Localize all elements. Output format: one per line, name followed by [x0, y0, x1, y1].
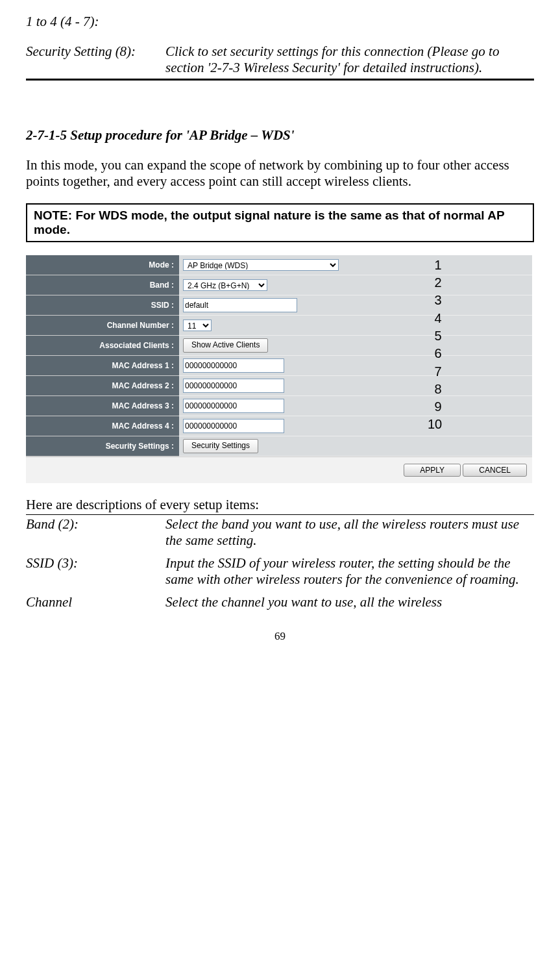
security-setting-row: Security Setting (8): Click to set secur… [26, 44, 534, 76]
annotation-10: 10 [425, 417, 444, 432]
security-term: Security Setting (8): [26, 44, 165, 76]
fragment-1to4: 1 to 4 (4 - 7): [26, 14, 534, 30]
section-intro: In this mode, you can expand the scope o… [26, 157, 534, 190]
item-channel-term: Channel [26, 594, 165, 610]
settings-panel: Mode : AP Bridge (WDS) Band : 2.4 GHz (B… [26, 255, 532, 483]
item-channel: Channel Select the channel you want to u… [26, 594, 534, 610]
section-heading: 2-7-1-5 Setup procedure for 'AP Bridge –… [26, 127, 534, 144]
annotation-3: 3 [428, 293, 448, 308]
divider-thin-1 [26, 514, 534, 515]
page-number: 69 [26, 630, 534, 643]
label-security: Security Settings : [26, 436, 179, 457]
label-mac3: MAC Address 3 : [26, 396, 179, 416]
mac4-input[interactable] [183, 419, 284, 433]
item-ssid-desc: Input the SSID of your wireless router, … [165, 555, 534, 588]
label-mode: Mode : [26, 255, 179, 275]
label-assoc: Associated Clients : [26, 336, 179, 356]
label-mac2: MAC Address 2 : [26, 376, 179, 396]
annotation-8: 8 [428, 382, 448, 397]
band-select[interactable]: 2.4 GHz (B+G+N) [183, 279, 267, 291]
annotation-9: 9 [428, 399, 448, 414]
item-band-desc: Select the band you want to use, all the… [165, 516, 534, 549]
panel-footer: APPLY CANCEL [26, 457, 532, 483]
label-ssid: SSID : [26, 295, 179, 316]
item-ssid: SSID (3): Input the SSID of your wireles… [26, 555, 534, 588]
annotation-6: 6 [428, 346, 448, 361]
mode-select[interactable]: AP Bridge (WDS) [183, 259, 339, 271]
label-mac4: MAC Address 4 : [26, 416, 179, 436]
divider-thick-1 [26, 79, 534, 81]
apply-button[interactable]: APPLY [404, 464, 461, 477]
mac2-input[interactable] [183, 379, 284, 393]
annotation-1: 1 [428, 258, 448, 273]
show-active-clients-button[interactable]: Show Active Clients [183, 338, 268, 353]
mac3-input[interactable] [183, 399, 284, 413]
cancel-button[interactable]: CANCEL [463, 464, 527, 477]
ssid-input[interactable] [183, 298, 297, 312]
item-band-term: Band (2): [26, 516, 165, 549]
item-channel-desc: Select the channel you want to use, all … [165, 594, 534, 610]
security-settings-button[interactable]: Security Settings [183, 439, 258, 453]
mac1-input[interactable] [183, 358, 284, 373]
security-desc: Click to set security settings for this … [165, 44, 534, 76]
channel-select[interactable]: 11 [183, 320, 212, 331]
note-box: NOTE: For WDS mode, the output signal na… [26, 203, 534, 242]
annotation-7: 7 [428, 364, 448, 379]
annotation-4: 4 [428, 311, 448, 326]
label-band: Band : [26, 275, 179, 295]
item-ssid-term: SSID (3): [26, 555, 165, 588]
item-band: Band (2): Select the band you want to us… [26, 516, 534, 549]
label-mac1: MAC Address 1 : [26, 356, 179, 376]
annotation-5: 5 [428, 329, 448, 344]
desc-intro: Here are descriptions of every setup ite… [26, 497, 534, 513]
label-channel: Channel Number : [26, 316, 179, 336]
annotation-2: 2 [428, 275, 448, 290]
